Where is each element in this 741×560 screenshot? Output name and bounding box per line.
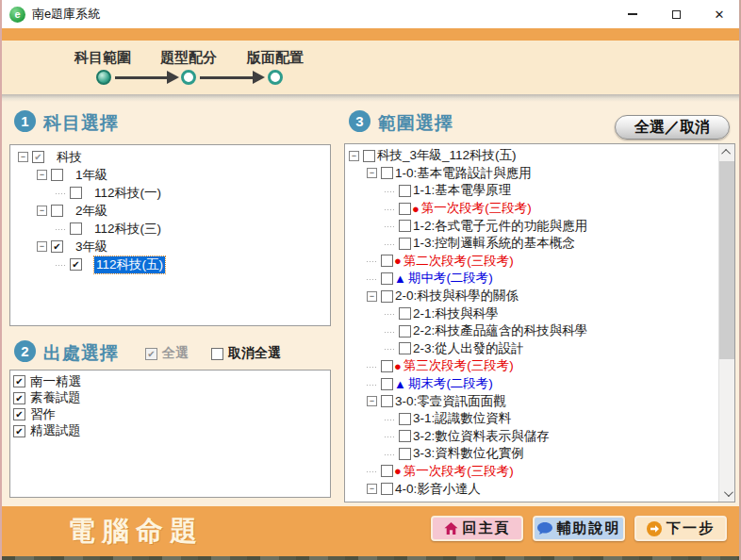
tree-item[interactable]: ●第三次段考(三段考) bbox=[345, 357, 719, 375]
tree-item[interactable]: ▲期末考(二段考) bbox=[345, 375, 719, 393]
checkbox[interactable]: ✔ bbox=[32, 151, 44, 163]
checkbox[interactable] bbox=[399, 413, 411, 425]
next-step-button[interactable]: 下一步 bbox=[634, 516, 727, 541]
scrollbar-thumb[interactable] bbox=[719, 161, 735, 359]
tree-item[interactable]: −科技_3年級_112科技(五) bbox=[345, 147, 719, 165]
tree-item[interactable]: 3-3:資料數位化實例 bbox=[345, 445, 719, 463]
header-divider bbox=[2, 94, 739, 102]
tree-item[interactable]: −✔科技 bbox=[10, 148, 330, 166]
checkbox[interactable] bbox=[399, 342, 411, 354]
checkbox[interactable] bbox=[51, 169, 63, 181]
source-item[interactable]: ✔習作 bbox=[10, 406, 330, 423]
help-button[interactable]: 輔助說明 bbox=[533, 516, 625, 541]
tree-item[interactable]: −3-0:零壹資訊面面觀 bbox=[345, 392, 719, 410]
tree-connector-icon bbox=[385, 185, 395, 197]
checkbox[interactable] bbox=[399, 185, 411, 197]
home-button[interactable]: 回主頁 bbox=[431, 516, 523, 541]
expander-minus-icon[interactable]: − bbox=[18, 152, 28, 162]
screen-edge-artifact bbox=[2, 556, 739, 560]
expander-minus-icon[interactable]: − bbox=[367, 168, 377, 178]
window-title: 南e題庫系統 bbox=[32, 6, 100, 23]
tree-item[interactable]: 1-3:控制邏輯系統的基本概念 bbox=[345, 235, 719, 253]
checkbox[interactable]: ✔ bbox=[13, 408, 25, 420]
checkbox[interactable] bbox=[381, 378, 393, 390]
tree-item[interactable]: ●第二次段考(三段考) bbox=[345, 253, 719, 271]
tree-connector-icon bbox=[385, 220, 395, 232]
source-item[interactable]: ✔南一精選 bbox=[10, 373, 330, 390]
checkbox[interactable] bbox=[363, 150, 375, 162]
expander-minus-icon[interactable]: − bbox=[37, 206, 47, 216]
tree-item-label: 2-1:科技與科學 bbox=[413, 305, 499, 322]
tree-item[interactable]: ●第一次段考(三段考) bbox=[345, 463, 719, 481]
tree-item[interactable]: ●第一次段考(三段考) bbox=[345, 200, 719, 218]
tree-item[interactable]: −2-0:科技與科學的關係 bbox=[345, 288, 719, 305]
close-button[interactable]: ✕ bbox=[698, 0, 741, 28]
expander-minus-icon[interactable]: − bbox=[37, 241, 47, 252]
tree-item[interactable]: 1-1:基本電學原理 bbox=[345, 182, 719, 200]
checkbox[interactable] bbox=[399, 220, 411, 232]
checkbox[interactable] bbox=[399, 307, 411, 320]
expander-minus-icon[interactable]: − bbox=[367, 291, 377, 302]
checkbox[interactable] bbox=[399, 203, 411, 215]
checkbox[interactable]: ✔ bbox=[70, 258, 82, 271]
tree-item[interactable]: 2-1:科技與科學 bbox=[345, 305, 719, 322]
checkbox[interactable] bbox=[399, 238, 411, 250]
scrollbar[interactable] bbox=[718, 144, 734, 502]
checkbox[interactable] bbox=[51, 205, 63, 217]
checkbox[interactable] bbox=[381, 465, 393, 477]
tree-item[interactable]: 112科技(一) bbox=[10, 184, 330, 202]
tree-item[interactable]: −1年級 bbox=[10, 166, 330, 184]
select-all-checkbox[interactable]: ✔ 全選 bbox=[145, 345, 189, 362]
expander-minus-icon[interactable]: − bbox=[367, 396, 377, 406]
checkbox[interactable] bbox=[381, 360, 393, 372]
checkbox[interactable] bbox=[381, 272, 393, 285]
checkbox[interactable] bbox=[70, 222, 82, 235]
maximize-button[interactable] bbox=[654, 0, 698, 28]
tree-indent bbox=[345, 296, 367, 297]
tree-item-label: 第一次段考(三段考) bbox=[421, 200, 532, 217]
deselect-all-checkbox[interactable]: 取消全選 bbox=[211, 345, 281, 362]
checkbox[interactable] bbox=[381, 290, 393, 303]
checkbox[interactable]: ✔ bbox=[51, 240, 63, 253]
expander-minus-icon[interactable]: − bbox=[37, 170, 47, 180]
exam-circle-marker-icon: ● bbox=[394, 360, 402, 372]
checkbox[interactable] bbox=[381, 255, 393, 267]
tree-item[interactable]: −2年級 bbox=[10, 202, 330, 220]
checkbox[interactable] bbox=[381, 483, 393, 495]
title-bar: e 南e題庫系統 ✕ bbox=[0, 0, 741, 28]
checkbox[interactable] bbox=[399, 325, 411, 338]
toggle-all-button[interactable]: 全選／取消 bbox=[615, 115, 730, 140]
checkbox[interactable] bbox=[399, 430, 411, 442]
footer-bar: 電腦命題 回主頁 輔助說明 下一步 bbox=[2, 506, 739, 556]
tree-item[interactable]: −4-0:影音小達人 bbox=[345, 480, 719, 498]
minimize-button[interactable] bbox=[611, 0, 654, 28]
tree-item[interactable]: 1-2:各式電子元件的功能與應用 bbox=[345, 217, 719, 235]
checkbox[interactable]: ✔ bbox=[13, 425, 25, 437]
checkbox[interactable]: ✔ bbox=[13, 392, 25, 404]
tree-item[interactable]: ▲期中考(二段考) bbox=[345, 270, 719, 288]
checkbox[interactable] bbox=[381, 167, 393, 179]
scroll-down-icon[interactable] bbox=[719, 486, 735, 502]
window-controls: ✕ bbox=[611, 0, 741, 28]
tree-indent bbox=[10, 192, 56, 193]
tree-item[interactable]: −1-0:基本電路設計與應用 bbox=[345, 165, 719, 183]
checkbox[interactable] bbox=[70, 187, 82, 199]
source-item[interactable]: ✔素養試題 bbox=[10, 390, 330, 407]
checkbox[interactable] bbox=[381, 395, 393, 407]
source-item[interactable]: ✔精選試題 bbox=[10, 423, 330, 440]
tree-item-label: 3年級 bbox=[75, 239, 108, 255]
tree-item[interactable]: −✔3年級 bbox=[10, 238, 330, 255]
tree-connector-icon bbox=[367, 255, 377, 267]
scroll-up-icon[interactable] bbox=[719, 144, 735, 160]
tree-item[interactable]: 3-2:數位資料表示與儲存 bbox=[345, 428, 719, 446]
expander-minus-icon[interactable]: − bbox=[349, 151, 359, 161]
tree-item[interactable]: 2-2:科技產品蘊含的科技與科學 bbox=[345, 322, 719, 340]
tree-item[interactable]: 2-3:從人出發的設計 bbox=[345, 340, 719, 358]
tree-item[interactable]: 3-1:認識數位資料 bbox=[345, 410, 719, 428]
expander-minus-icon[interactable]: − bbox=[367, 484, 377, 494]
tree-item[interactable]: ✔112科技(五) bbox=[10, 255, 330, 273]
checkbox[interactable]: ✔ bbox=[13, 375, 25, 387]
checkbox[interactable] bbox=[399, 448, 411, 460]
tree-item[interactable]: 112科技(三) bbox=[10, 220, 330, 238]
tree-indent bbox=[345, 401, 367, 402]
